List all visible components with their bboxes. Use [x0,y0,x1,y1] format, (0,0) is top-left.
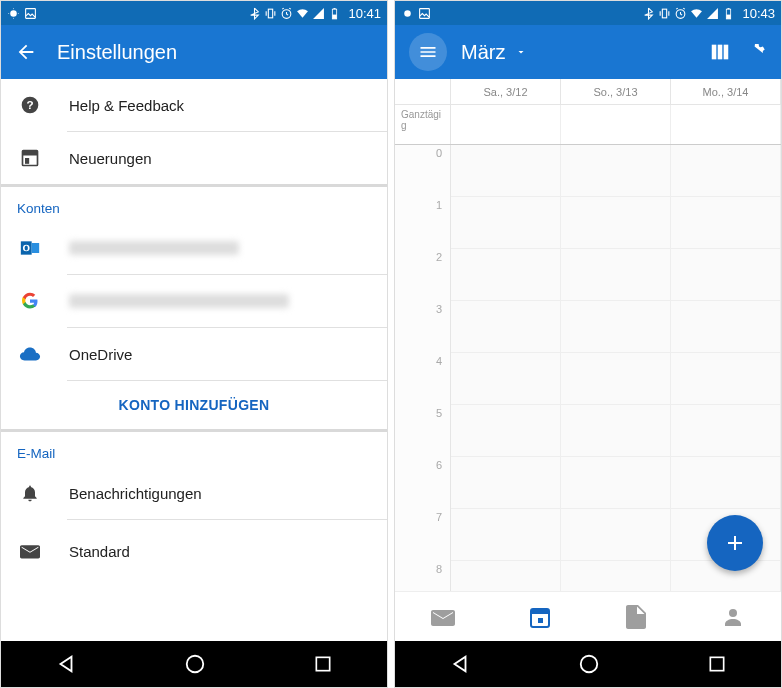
hour-label: 4 [395,353,451,405]
account-row-outlook[interactable] [1,222,387,274]
signal-icon [312,7,325,20]
wifi-icon [690,7,703,20]
bell-icon [19,483,41,503]
section-header-accounts: Konten [1,187,387,222]
hamburger-icon [418,42,438,62]
image-icon [418,7,431,20]
nav-back-icon[interactable] [449,653,471,675]
image-icon [24,7,37,20]
day-header[interactable]: Sa., 3/12 [451,79,561,104]
day-header[interactable]: So., 3/13 [561,79,671,104]
nav-home-icon[interactable] [184,653,206,675]
svg-rect-5 [333,14,337,18]
vibrate-icon [264,7,277,20]
svg-point-0 [10,10,17,17]
status-bar: 10:41 [1,1,387,25]
chevron-down-icon [515,46,527,58]
status-time: 10:41 [348,6,381,21]
battery-icon [328,7,341,20]
view-columns-icon[interactable] [709,41,731,63]
svg-rect-25 [712,45,717,60]
bluetooth-icon [642,7,655,20]
help-feedback-row[interactable]: ? Help & Feedback [1,79,387,131]
alarm-icon [280,7,293,20]
svg-rect-13 [32,243,39,253]
account-row-onedrive[interactable]: OneDrive [1,328,387,380]
notifications-label: Benachrichtigungen [69,485,202,502]
outlook-icon [19,238,41,258]
account-email-hidden [69,294,289,308]
svg-rect-11 [25,158,29,164]
nav-recent-icon[interactable] [707,654,727,674]
debug-icon [401,7,414,20]
app-bar: März [395,25,781,79]
add-account-button[interactable]: KONTO HINZUFÜGEN [1,381,387,429]
hour-label: 8 [395,561,451,591]
settings-gear-icon[interactable] [745,41,767,63]
standard-label: Standard [69,543,130,560]
bottom-tab-bar [395,591,781,641]
whatsnew-row[interactable]: Neuerungen [1,132,387,184]
svg-point-32 [581,656,598,673]
hour-label: 2 [395,249,451,301]
tab-calendar[interactable] [492,592,589,641]
svg-text:?: ? [26,98,33,111]
tab-mail[interactable] [395,592,492,641]
battery-icon [722,7,735,20]
app-bar: Einstellungen [1,25,387,79]
standard-row[interactable]: Standard [1,520,387,572]
hour-label: 6 [395,457,451,509]
allday-label: Ganztägig [395,105,451,144]
account-row-google[interactable] [1,275,387,327]
svg-rect-26 [718,45,723,60]
allday-cell[interactable] [451,105,561,144]
svg-point-18 [404,10,411,17]
settings-screen: 10:41 Einstellungen ? Help & Feedback Ne… [0,0,388,688]
help-label: Help & Feedback [69,97,184,114]
svg-rect-17 [317,657,330,670]
news-icon [19,148,41,168]
allday-cell[interactable] [561,105,671,144]
svg-point-16 [187,656,204,673]
tab-files[interactable] [588,592,685,641]
svg-rect-10 [23,151,38,156]
allday-cell[interactable] [671,105,781,144]
add-event-fab[interactable] [707,515,763,571]
signal-icon [706,7,719,20]
hour-label: 7 [395,509,451,561]
bluetooth-icon [248,7,261,20]
nav-home-icon[interactable] [578,653,600,675]
notifications-row[interactable]: Benachrichtigungen [1,467,387,519]
calendar-screen: 10:43 März Sa., 3/12 So., 3/13 Mo., 3/14… [394,0,782,688]
alarm-icon [674,7,687,20]
nav-back-icon[interactable] [55,653,77,675]
svg-point-15 [25,246,28,251]
calendar-day-header: Sa., 3/12 So., 3/13 Mo., 3/14 [395,79,781,105]
svg-rect-19 [420,8,430,18]
nav-recent-icon[interactable] [313,654,333,674]
back-icon[interactable] [15,41,37,63]
wifi-icon [296,7,309,20]
vibrate-icon [658,7,671,20]
month-label: März [461,41,505,64]
menu-button[interactable] [409,33,447,71]
onedrive-icon [19,346,41,362]
section-header-email: E-Mail [1,432,387,467]
help-icon: ? [19,95,41,115]
mail-icon [19,543,41,559]
status-time: 10:43 [742,6,775,21]
tab-people[interactable] [685,592,782,641]
android-nav-bar [1,641,387,687]
month-dropdown[interactable]: März [461,41,527,64]
svg-rect-29 [531,609,549,614]
page-title: Einstellungen [57,41,177,64]
day-header[interactable]: Mo., 3/14 [671,79,781,104]
svg-point-31 [729,609,737,617]
svg-rect-30 [538,618,543,623]
svg-rect-20 [663,9,667,18]
allday-row: Ganztägig [395,105,781,145]
google-icon [19,291,41,311]
hour-label: 1 [395,197,451,249]
account-email-hidden [69,241,239,255]
settings-list: ? Help & Feedback Neuerungen Konten OneD… [1,79,387,641]
